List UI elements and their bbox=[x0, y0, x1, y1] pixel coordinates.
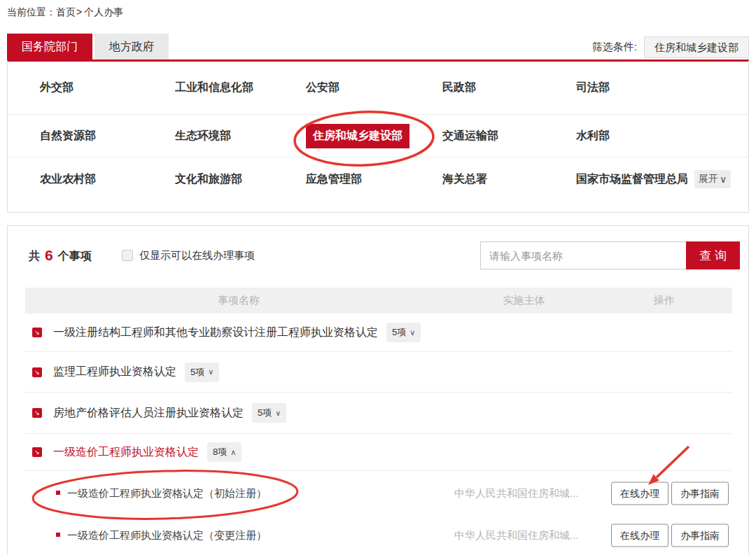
item-arrow-icon: ↘ bbox=[32, 328, 42, 337]
selected-ministry-highlight[interactable]: 住房和城乡建设部 bbox=[306, 124, 410, 148]
ministry-haiguanzongshu[interactable]: 海关总署 bbox=[442, 172, 576, 187]
ministry-row: 农业农村部 文化和旅游部 应急管理部 海关总署 国家市场监督管理总局 展开∨ bbox=[8, 157, 748, 201]
chevron-down-icon: ∨ bbox=[410, 328, 415, 337]
total-count: 6 bbox=[45, 247, 53, 263]
ministry-shengtaihuanjingbu[interactable]: 生态环境部 bbox=[175, 129, 306, 143]
header-implementing-body: 实施主体 bbox=[452, 294, 596, 307]
sub-item-name[interactable]: 一级造价工程师执业资格认定（初始注册） bbox=[67, 486, 267, 500]
item-arrow-icon: ↘ bbox=[32, 367, 42, 377]
items-panel: 共6个事项 仅显示可以在线办理事项 查 询 事项名称 实施主体 操作 ↘ 一级注… bbox=[7, 225, 749, 555]
header-operation: 操作 bbox=[596, 294, 732, 307]
items-table: 事项名称 实施主体 操作 ↘ 一级注册结构工程师和其他专业勘察设计注册工程师执业… bbox=[25, 288, 732, 555]
online-only-filter[interactable]: 仅显示可以在线办理事项 bbox=[122, 241, 255, 269]
total-count-text: 共6个事项 bbox=[29, 241, 92, 269]
filter-value-button[interactable]: 住房和城乡建设部 bbox=[644, 36, 749, 58]
ministry-row: 自然资源部 生态环境部 住房和城乡建设部 交通运输部 水利部 bbox=[8, 115, 748, 157]
ministry-row: 外交部 工业和信息化部 公安部 民政部 司法部 bbox=[8, 62, 748, 115]
filter-label: 筛选条件: bbox=[592, 41, 637, 54]
item-count-badge[interactable]: 5项∨ bbox=[252, 403, 286, 423]
ministry-shuilibu[interactable]: 水利部 bbox=[576, 129, 748, 143]
ministry-shichangjianguanzongju[interactable]: 国家市场监督管理总局 bbox=[576, 172, 688, 187]
expand-label: 展开 bbox=[699, 173, 718, 185]
ministry-sifabu[interactable]: 司法部 bbox=[576, 80, 748, 95]
table-row-expanded[interactable]: ↘ 一级造价工程师执业资格认定 8项∧ bbox=[25, 434, 732, 471]
chevron-up-icon: ∧ bbox=[230, 448, 236, 457]
service-guide-button[interactable]: 办事指南 bbox=[671, 524, 729, 547]
tab-label: 地方政府 bbox=[109, 41, 154, 52]
ministry-nongyenongcunbu[interactable]: 农业农村部 bbox=[40, 172, 175, 187]
online-only-checkbox[interactable] bbox=[122, 250, 133, 261]
total-prefix: 共 bbox=[29, 250, 40, 262]
page: 当前位置：首页>个人办事 国务院部门 地方政府 筛选条件: 住房和城乡建设部 外… bbox=[0, 0, 756, 555]
tab-state-council-departments[interactable]: 国务院部门 bbox=[7, 34, 92, 59]
ministry-waijiaobu[interactable]: 外交部 bbox=[40, 80, 175, 95]
ministry-last-cell: 国家市场监督管理总局 展开∨ bbox=[576, 170, 748, 188]
items-toolbar: 共6个事项 仅显示可以在线办理事项 查 询 bbox=[8, 241, 748, 269]
ministries-panel: 外交部 工业和信息化部 公安部 民政部 司法部 自然资源部 生态环境部 住房和城… bbox=[7, 59, 749, 213]
ministry-gonganbu[interactable]: 公安部 bbox=[306, 80, 442, 95]
expand-button[interactable]: 展开∨ bbox=[694, 170, 731, 188]
header-item-name: 事项名称 bbox=[25, 294, 452, 307]
item-name[interactable]: 监理工程师执业资格认定 bbox=[53, 365, 176, 379]
item-name[interactable]: 一级造价工程师执业资格认定 bbox=[53, 445, 199, 460]
ministry-gongxinbu[interactable]: 工业和信息化部 bbox=[175, 80, 306, 95]
item-count-badge[interactable]: 8项∧ bbox=[207, 442, 241, 462]
implementing-body: 中华人民共和国住房和城... bbox=[454, 486, 579, 500]
ministry-ziranziyuanbu[interactable]: 自然资源部 bbox=[40, 129, 175, 143]
implementing-body: 中华人民共和国住房和城... bbox=[454, 529, 579, 542]
sub-item-row: 一级造价工程师执业资格认定（变更注册） 中华人民共和国住房和城... 在线办理 … bbox=[25, 515, 732, 555]
tab-local-government[interactable]: 地方政府 bbox=[94, 34, 169, 59]
count-label: 5项 bbox=[190, 366, 204, 379]
online-handle-button[interactable]: 在线办理 bbox=[611, 524, 668, 547]
sub-item-row: 一级造价工程师执业资格认定（初始注册） 中华人民共和国住房和城... 在线办理 … bbox=[25, 471, 732, 515]
table-header: 事项名称 实施主体 操作 bbox=[25, 288, 732, 314]
ministry-wenhualvyoubu[interactable]: 文化和旅游部 bbox=[175, 172, 306, 187]
bullet-icon bbox=[56, 533, 60, 537]
search-input[interactable] bbox=[480, 241, 687, 269]
ministry-yingjiguanlibu[interactable]: 应急管理部 bbox=[306, 172, 442, 187]
chevron-down-icon: ∨ bbox=[720, 174, 727, 185]
service-guide-button[interactable]: 办事指南 bbox=[671, 482, 729, 505]
item-arrow-icon: ↘ bbox=[32, 447, 42, 457]
item-name[interactable]: 房地产价格评估人员注册执业资格认定 bbox=[53, 406, 244, 421]
table-row[interactable]: ↘ 一级注册结构工程师和其他专业勘察设计注册工程师执业资格认定 5项∨ bbox=[25, 314, 732, 352]
online-handle-button[interactable]: 在线办理 bbox=[611, 482, 668, 505]
search-button[interactable]: 查 询 bbox=[686, 241, 740, 269]
item-name[interactable]: 一级注册结构工程师和其他专业勘察设计注册工程师执业资格认定 bbox=[53, 325, 378, 340]
total-suffix: 个事项 bbox=[58, 250, 92, 262]
sub-item-name[interactable]: 一级造价工程师执业资格认定（变更注册） bbox=[67, 529, 267, 542]
online-only-label: 仅显示可以在线办理事项 bbox=[139, 249, 255, 262]
chevron-down-icon: ∨ bbox=[208, 367, 214, 377]
department-tabbar: 国务院部门 地方政府 bbox=[7, 34, 169, 59]
item-arrow-icon: ↘ bbox=[32, 408, 42, 418]
breadcrumb-separator: > bbox=[76, 6, 82, 17]
ministry-minzhengbu[interactable]: 民政部 bbox=[442, 80, 576, 95]
chevron-down-icon: ∨ bbox=[275, 409, 281, 418]
breadcrumb: 当前位置：首页>个人办事 bbox=[7, 6, 123, 19]
ministry-jiaotongyunshubu[interactable]: 交通运输部 bbox=[442, 129, 576, 143]
count-label: 8项 bbox=[213, 446, 227, 458]
item-count-badge[interactable]: 5项∨ bbox=[386, 323, 421, 342]
breadcrumb-current: 个人办事 bbox=[84, 6, 123, 19]
item-count-badge[interactable]: 5项∨ bbox=[185, 363, 219, 382]
filter-bar: 筛选条件: 住房和城乡建设部 bbox=[592, 36, 749, 58]
breadcrumb-home-link[interactable]: 首页 bbox=[56, 6, 76, 19]
ministry-zhufangchengxiangjianshebu-selected[interactable]: 住房和城乡建设部 bbox=[306, 124, 442, 148]
count-label: 5项 bbox=[258, 407, 272, 419]
table-row[interactable]: ↘ 房地产价格评估人员注册执业资格认定 5项∨ bbox=[25, 393, 732, 434]
breadcrumb-label: 当前位置： bbox=[7, 6, 56, 19]
count-label: 5项 bbox=[392, 326, 406, 339]
table-row[interactable]: ↘ 监理工程师执业资格认定 5项∨ bbox=[25, 352, 732, 393]
bullet-icon bbox=[56, 491, 60, 495]
tab-label: 国务院部门 bbox=[22, 41, 78, 52]
